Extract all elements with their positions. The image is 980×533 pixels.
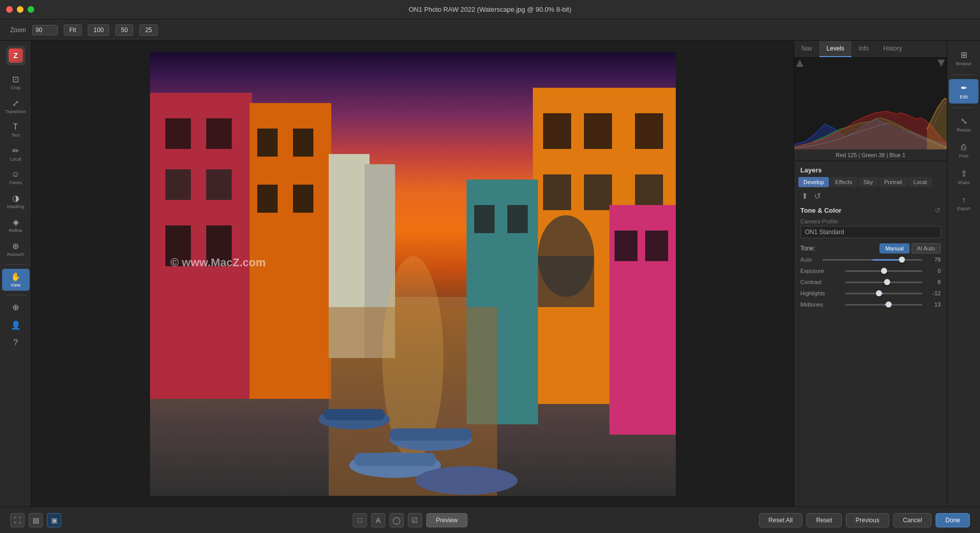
close-button[interactable] [6,6,13,13]
text-overlay-button[interactable]: A [371,513,385,527]
svg-rect-30 [474,205,495,233]
panel-content[interactable]: Tone & Color ↺ Camera Profile: ON1 Stand… [794,206,947,506]
minimize-button[interactable] [17,6,23,13]
bottom-center: □ A ◯ ☑ Preview [353,513,468,527]
fullscreen-button[interactable]: ⛶ [10,513,24,527]
circle-button[interactable]: ◯ [389,513,404,527]
done-button[interactable]: Done [936,513,970,527]
far-right-sidebar: ⊞ Browse ✒ Edit ⤡ Resize ⎙ Print ⇪ Share… [947,41,980,506]
maximize-button[interactable] [28,6,34,13]
tool-help[interactable]: ? [2,335,30,350]
svg-rect-31 [507,205,528,233]
tool-retouch[interactable]: ⊛ Retouch [2,238,30,260]
contrast-value: 8 [926,279,941,285]
window-controls [6,6,34,13]
tone-ai-auto-button[interactable]: AI Auto [912,243,941,253]
tool-crop[interactable]: ⊡ Crop [2,71,30,93]
check-button[interactable]: ☑ [408,513,422,527]
print-label: Print [959,154,969,159]
svg-rect-20 [635,113,663,149]
export-icon: ↑ [962,195,966,205]
canvas-area[interactable]: © www.MacZ.com [32,41,794,506]
masking-icon: ◑ [12,193,19,203]
auto-slider-track[interactable] [822,259,922,261]
panel-tabs: Nav Levels Info History [794,41,947,58]
midtones-slider[interactable] [845,304,922,306]
tone-manual-button[interactable]: Manual [879,243,909,253]
camera-profile-value[interactable]: ON1 Standard [800,226,941,238]
svg-rect-18 [543,113,571,149]
exposure-row: Exposure 0 [800,268,941,274]
tab-sky[interactable]: Sky [859,177,878,187]
layers-title: Layers [800,166,822,174]
transform-icon: ⤢ [12,98,19,108]
tab-effects[interactable]: Effects [830,177,857,187]
reset-button[interactable]: Reset [806,513,842,527]
overlay-button[interactable]: □ [353,513,367,527]
tab-history[interactable]: History [876,41,909,57]
export-layer-button[interactable]: ⬆ [800,190,809,202]
tool-transform[interactable]: ⤢ Transform [2,95,30,117]
faces-label: Faces [9,180,22,185]
zoom-100-button[interactable]: 100 [88,24,109,36]
resize-button[interactable]: ⤡ Resize [949,112,978,137]
zoom-50-button[interactable]: 50 [115,24,133,36]
edit-icon: ✒ [961,83,967,93]
view-mode-button[interactable]: ▣ [47,513,61,527]
zoom-fit-button[interactable]: Fit [64,24,82,36]
auto-slider-row: Auto 79 [800,257,941,263]
preview-button[interactable]: Preview [426,513,468,527]
tab-portrait[interactable]: Portrait [879,177,907,187]
logo-inner: Z [9,48,23,63]
histogram-highlight-arrow[interactable] [938,60,945,67]
highlights-value: -12 [926,290,941,296]
far-right-sep-1 [953,74,974,75]
tool-masking[interactable]: ◑ Masking [2,190,30,212]
retouch-label: Retouch [7,252,24,257]
browse-button[interactable]: ⊞ Browse [949,46,978,70]
tab-levels[interactable]: Levels [819,41,851,57]
right-panel: Nav Levels Info History [794,41,947,506]
layers-icon: ⊕ [12,302,19,312]
tab-nav[interactable]: Nav [794,41,819,57]
zoom-label: Zoom [10,27,26,34]
export-button[interactable]: ↑ Export [949,191,978,215]
view-icon: ✋ [11,272,21,282]
reset-layer-button[interactable]: ↺ [813,190,822,202]
tool-faces[interactable]: ☺ Faces [2,167,30,188]
tab-info[interactable]: Info [851,41,876,57]
tool-user[interactable]: 👤 [2,317,30,333]
midtones-label: Midtones [800,301,841,308]
histogram-shadow-arrow[interactable] [796,60,803,67]
tool-separator [6,264,26,265]
tool-layers[interactable]: ⊕ [2,299,30,315]
tool-local[interactable]: ✏ Local [2,143,30,165]
tool-refine[interactable]: ◈ Refine [2,214,30,236]
crop-label: Crop [11,85,21,90]
contrast-slider[interactable] [845,282,922,283]
tab-local[interactable]: Local [909,177,932,187]
zoom-25-button[interactable]: 25 [139,24,157,36]
tone-color-section: Tone & Color ↺ Camera Profile: ON1 Stand… [800,206,941,308]
check-icon: ☑ [411,516,418,524]
reset-all-button[interactable]: Reset All [759,513,802,527]
tool-text[interactable]: T Text [2,119,30,141]
edit-button[interactable]: ✒ Edit [949,79,978,104]
tab-develop[interactable]: Develop [798,177,829,187]
previous-button[interactable]: Previous [846,513,889,527]
share-icon: ⇪ [961,169,967,179]
refine-icon: ◈ [13,217,19,227]
app-logo: Z [6,46,26,65]
tool-view[interactable]: ✋ View [2,269,30,291]
tone-color-reset-button[interactable]: ↺ [935,206,941,214]
highlights-slider[interactable] [845,293,922,294]
zoom-input[interactable] [32,25,58,35]
filmstrip-button[interactable]: ▤ [29,513,43,527]
print-button[interactable]: ⎙ Print [949,139,978,163]
cancel-button[interactable]: Cancel [893,513,932,527]
main-layout: Z ⊡ Crop ⤢ Transform T Text ✏ Local ☺ Fa… [0,41,980,506]
exposure-slider[interactable] [845,270,922,272]
histogram-arrows [794,60,947,67]
share-button[interactable]: ⇪ Share [949,165,978,189]
auto-label: Auto [800,257,818,263]
